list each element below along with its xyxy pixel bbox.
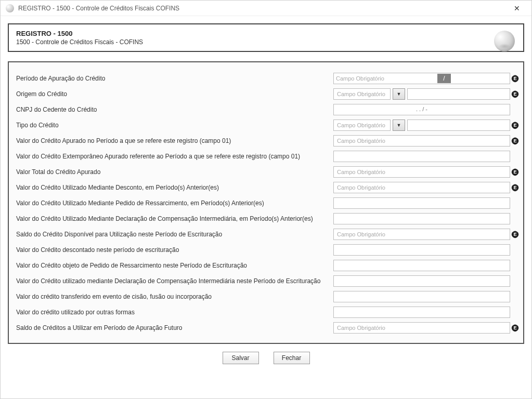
form-row: Valor do crédito utilizado por outras fo… [16, 304, 516, 320]
field-label: Valor do Crédito Utilizado Mediante Desc… [16, 184, 333, 191]
field-label: Período de Apuração do Crédito [16, 75, 333, 82]
save-button[interactable]: Salvar [223, 352, 259, 364]
form-row: Origem do Crédito▼E [16, 86, 516, 102]
field-group [333, 213, 510, 224]
field-group [333, 135, 510, 147]
text-input[interactable] [333, 151, 510, 162]
dropdown-arrow-icon[interactable]: ▼ [393, 119, 405, 131]
close-button[interactable]: Fechar [274, 352, 310, 364]
combo-desc-input[interactable] [407, 88, 510, 100]
window: REGISTRO - 1500 - Controle de Créditos F… [0, 0, 532, 399]
field-group [333, 151, 510, 162]
field-group [333, 229, 510, 240]
field-label: Valor do Crédito Utilizado Mediante Pedi… [16, 200, 333, 207]
text-input[interactable] [333, 322, 510, 334]
form-row: Valor do Crédito utilizado mediante Decl… [16, 273, 516, 289]
combo-code-input[interactable] [333, 88, 391, 100]
field-group: . . / - [333, 104, 510, 115]
combo-code-input[interactable] [333, 119, 391, 131]
field-group [333, 182, 510, 193]
field-label: Valor do Crédito objeto de Pedido de Res… [16, 262, 333, 269]
field-group [333, 291, 510, 302]
required-badge-icon: E [510, 230, 520, 239]
field-label: Valor do Crédito utilizado mediante Decl… [16, 277, 333, 285]
svg-text:E: E [513, 169, 516, 175]
svg-text:E: E [513, 123, 516, 128]
field-label: Valor do Crédito descontado neste períod… [16, 246, 333, 254]
form-row: Valor do crédito transferido em evento d… [16, 289, 516, 304]
titlebar: REGISTRO - 1500 - Controle de Créditos F… [1, 1, 531, 16]
field-label: Valor Total do Crédito Apurado [16, 168, 333, 176]
field-group [333, 166, 510, 178]
field-label: Valor do Crédito Apurado no Período a qu… [16, 137, 333, 144]
field-group: ▼ [333, 88, 510, 100]
svg-text:E: E [513, 325, 516, 330]
cnpj-input[interactable] [333, 104, 510, 115]
content-area: REGISTRO - 1500 1500 - Controle de Crédi… [1, 16, 531, 398]
placeholder-text: Campo Obrigatório [336, 75, 384, 82]
field-group [333, 260, 510, 271]
form-row: CNPJ do Cedente do Crédito. . / - [16, 102, 516, 117]
form-row: Saldo do Crédito Disponível para Utiliza… [16, 227, 516, 242]
field-group: ▼ [333, 119, 510, 131]
form-row: Valor do Crédito objeto de Pedido de Res… [16, 258, 516, 273]
form-row: Valor do Crédito Utilizado Mediante Decl… [16, 211, 516, 227]
form-row: Valor do Crédito Extemporâneo Apurado re… [16, 149, 516, 164]
svg-text:E: E [513, 232, 516, 237]
field-label: Valor do crédito transferido em evento d… [16, 293, 333, 300]
required-badge-icon: E [510, 183, 520, 192]
required-badge-icon: E [510, 74, 520, 83]
form-row: Período de Apuração do CréditoCampo Obri… [16, 71, 516, 86]
required-badge-icon: E [510, 136, 520, 145]
field-label: Saldo de Créditos a Utilizar em Período … [16, 324, 333, 331]
page-title: REGISTRO - 1500 [16, 30, 516, 37]
text-input[interactable] [333, 229, 510, 240]
header-panel: REGISTRO - 1500 1500 - Controle de Crédi… [8, 23, 524, 52]
required-badge-icon: E [510, 323, 520, 332]
app-icon [6, 4, 14, 12]
dropdown-arrow-icon[interactable]: ▼ [393, 88, 405, 100]
field-group [333, 307, 510, 318]
text-input[interactable] [333, 213, 510, 224]
field-label: Origem do Crédito [16, 90, 333, 98]
text-input[interactable] [333, 275, 510, 287]
footer-buttons: Salvar Fechar [8, 344, 524, 372]
text-input[interactable] [333, 135, 510, 147]
text-input[interactable] [333, 182, 510, 193]
text-input[interactable] [333, 244, 510, 256]
form-row: Valor do Crédito Utilizado Mediante Desc… [16, 180, 516, 195]
svg-text:E: E [513, 138, 516, 143]
field-group [333, 197, 510, 209]
field-group [333, 244, 510, 256]
svg-text:E: E [513, 76, 516, 81]
form-row: Valor do Crédito descontado neste períod… [16, 242, 516, 258]
header-ornament-icon [494, 31, 515, 51]
field-label: Valor do Crédito Utilizado Mediante Decl… [16, 215, 333, 222]
page-subtitle: 1500 - Controle de Créditos Fiscais - CO… [16, 38, 516, 46]
field-label: Valor do Crédito Extemporâneo Apurado re… [16, 153, 333, 160]
field-label: Saldo do Crédito Disponível para Utiliza… [16, 231, 333, 238]
date-input[interactable]: Campo Obrigatório/ [333, 73, 510, 84]
form-row: Tipo do Crédito▼E [16, 117, 516, 133]
field-label: Tipo do Crédito [16, 122, 333, 129]
field-label: Valor do crédito utilizado por outras fo… [16, 309, 333, 316]
text-input[interactable] [333, 197, 510, 209]
svg-text:E: E [513, 91, 516, 97]
field-group: Campo Obrigatório/ [333, 73, 510, 84]
required-badge-icon: E [510, 167, 520, 177]
form-row: Valor Total do Crédito ApuradoE [16, 164, 516, 180]
form-row: Valor do Crédito Apurado no Período a qu… [16, 133, 516, 149]
text-input[interactable] [333, 260, 510, 271]
required-badge-icon: E [510, 89, 520, 99]
field-group [333, 322, 510, 334]
text-input[interactable] [333, 291, 510, 302]
text-input[interactable] [333, 166, 510, 178]
window-title: REGISTRO - 1500 - Controle de Créditos F… [18, 5, 507, 12]
date-separator: / [437, 74, 451, 83]
svg-text:E: E [513, 185, 516, 190]
combo-desc-input[interactable] [407, 119, 510, 131]
close-icon[interactable]: ✕ [507, 1, 527, 16]
field-label: CNPJ do Cedente do Crédito [16, 106, 333, 113]
field-group [333, 275, 510, 287]
text-input[interactable] [333, 307, 510, 318]
